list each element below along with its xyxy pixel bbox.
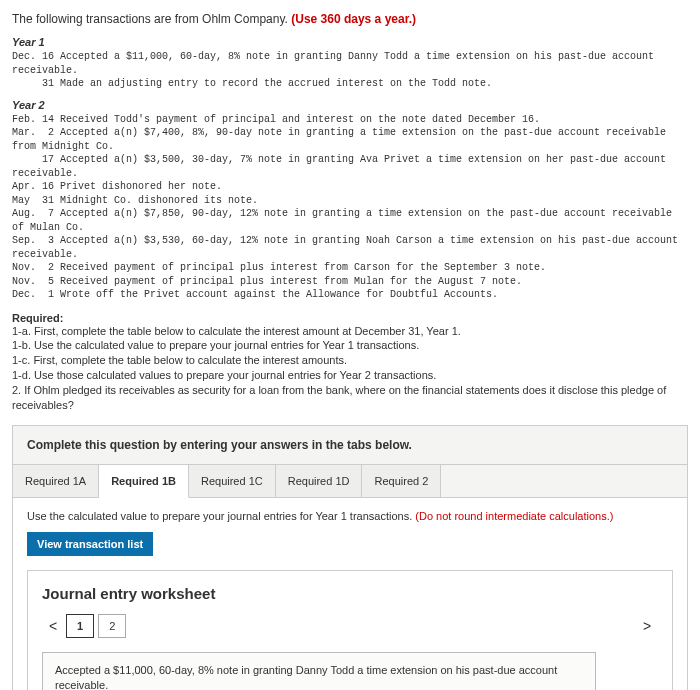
hint-text: Use the calculated value to prepare your… xyxy=(27,510,415,522)
answer-panel: Complete this question by entering your … xyxy=(12,425,688,690)
panel-instruction: Complete this question by entering your … xyxy=(13,426,687,464)
year1-header: Year 1 xyxy=(12,36,688,48)
tab-pane: Use the calculated value to prepare your… xyxy=(13,498,687,690)
hint-red: (Do not round intermediate calculations.… xyxy=(415,510,613,522)
req-1d: 1-d. Use those calculated values to prep… xyxy=(12,369,436,381)
entry-description: Accepted a $11,000, 60-day, 8% note in g… xyxy=(42,652,596,690)
pager-page-1[interactable]: 1 xyxy=(66,614,94,638)
pager-prev[interactable]: < xyxy=(42,618,64,634)
tab-required-1c[interactable]: Required 1C xyxy=(189,465,276,498)
tab-required-1a[interactable]: Required 1A xyxy=(13,465,99,498)
req-2: 2. If Ohlm pledged its receivables as se… xyxy=(12,384,666,411)
tabs-filler xyxy=(441,465,687,498)
intro-text: The following transactions are from Ohlm… xyxy=(12,12,288,26)
tab-required-1d[interactable]: Required 1D xyxy=(276,465,363,498)
req-1a: 1-a. First, complete the table below to … xyxy=(12,325,461,337)
intro-red: (Use 360 days a year.) xyxy=(291,12,416,26)
tabs-row: Required 1A Required 1B Required 1C Requ… xyxy=(13,464,687,498)
tab-required-2[interactable]: Required 2 xyxy=(362,465,441,498)
pager-page-2[interactable]: 2 xyxy=(98,614,126,638)
req-1b: 1-b. Use the calculated value to prepare… xyxy=(12,339,419,351)
worksheet-title: Journal entry worksheet xyxy=(42,585,658,602)
worksheet-pager: < 1 2 > xyxy=(42,614,658,638)
required-header: Required: xyxy=(12,312,688,324)
journal-entry-worksheet: Journal entry worksheet < 1 2 > Accepted… xyxy=(27,570,673,690)
required-list: 1-a. First, complete the table below to … xyxy=(12,324,688,413)
req-1c: 1-c. First, complete the table below to … xyxy=(12,354,347,366)
view-transaction-list-button[interactable]: View transaction list xyxy=(27,532,153,556)
year2-transactions: Feb. 14 Received Todd's payment of princ… xyxy=(12,113,688,302)
year1-transactions: Dec. 16 Accepted a $11,000, 60-day, 8% n… xyxy=(12,50,688,91)
pager-next[interactable]: > xyxy=(636,618,658,634)
tab-hint: Use the calculated value to prepare your… xyxy=(27,510,673,522)
tab-required-1b[interactable]: Required 1B xyxy=(99,465,189,498)
year2-header: Year 2 xyxy=(12,99,688,111)
